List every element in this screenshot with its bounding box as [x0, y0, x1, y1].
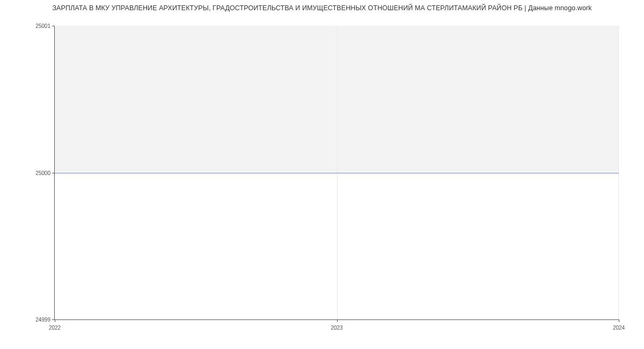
xtick-2024 — [619, 319, 619, 322]
ytick-top — [52, 26, 55, 26]
ytick-label-bottom: 24999 — [35, 317, 50, 323]
xtick-label-2022: 2022 — [49, 325, 61, 331]
xtick-2022 — [55, 319, 55, 322]
chart-title: ЗАРПЛАТА В МКУ УПРАВЛЕНИЕ АРХИТЕКТУРЫ, Г… — [0, 4, 644, 12]
chart-container: ЗАРПЛАТА В МКУ УПРАВЛЕНИЕ АРХИТЕКТУРЫ, Г… — [0, 0, 644, 349]
plot-area: 25001 25000 24999 2022 2023 2024 — [54, 26, 619, 320]
ytick-mid — [52, 173, 55, 173]
ytick-label-mid: 25000 — [35, 170, 50, 176]
xtick-label-2023: 2023 — [331, 325, 342, 331]
data-line — [55, 173, 619, 173]
ytick-label-top: 25001 — [35, 23, 50, 29]
xtick-2023 — [337, 319, 338, 322]
xtick-label-2024: 2024 — [613, 325, 625, 331]
